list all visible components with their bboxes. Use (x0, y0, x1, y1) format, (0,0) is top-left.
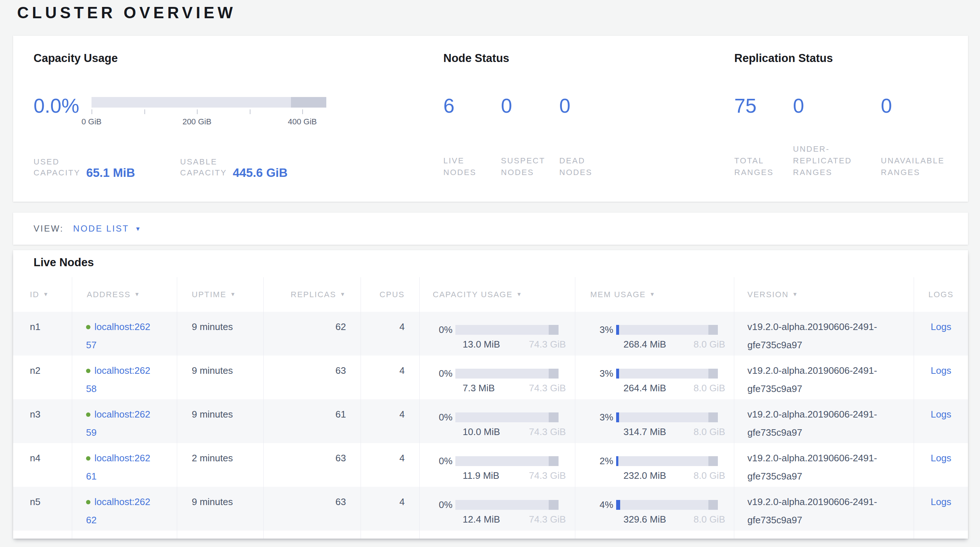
capacity-bar-endcap (549, 412, 558, 422)
column-header-label: LOGS (928, 290, 953, 299)
capacity-percent-value: 0.0% (33, 95, 92, 116)
memory-bar-fill (616, 325, 619, 335)
cell-address: localhost:26259 (72, 399, 177, 443)
column-header-memory[interactable]: MEM USAGE▼ (575, 277, 734, 312)
table-row: n2localhost:262589 minutes6340%7.3 MiB74… (13, 356, 968, 399)
column-header-uptime[interactable]: UPTIME▼ (177, 277, 264, 312)
column-header-capacity[interactable]: CAPACITY USAGE▼ (420, 277, 575, 312)
column-header-label: REPLICAS (291, 290, 336, 299)
cell-uptime: 9 minutes (177, 487, 264, 531)
cell-logs: Logs (914, 443, 968, 487)
logs-link[interactable]: Logs (931, 365, 951, 376)
memory-bar-fill (616, 412, 619, 422)
logs-link[interactable]: Logs (931, 496, 951, 507)
address-link[interactable]: localhost:26259 (86, 409, 150, 438)
cell-logs: Logs (914, 356, 968, 399)
metric: 75TOTALRANGES (734, 36, 793, 202)
view-bar: VIEW: NODE LIST ▼ (13, 213, 968, 245)
axis-tick-label: 0 GiB (81, 117, 101, 127)
capacity-percent: 0% (427, 412, 452, 422)
capacity-gauge: 0%12.4 MiB74.3 GiB (420, 493, 575, 525)
cell-logs: Logs (914, 312, 968, 356)
live-nodes-title: Live Nodes (13, 250, 968, 277)
memory-total-value: 8.0 GiB (694, 471, 725, 481)
capacity-total-value: 74.3 GiB (529, 339, 566, 349)
overview-card: Capacity Usage 0.0% 0 GiB200 GiB400 GiB … (13, 36, 968, 202)
column-header-replicas[interactable]: REPLICAS▼ (264, 277, 361, 312)
node-status-section: Node Status 6LIVENODES0SUSPECTNODES0DEAD… (443, 36, 721, 202)
capacity-used-value: 7.3 MiB (463, 383, 495, 393)
metric-value: 6 (443, 95, 455, 116)
metric-value: 0 (559, 95, 571, 116)
address-link[interactable]: localhost:26262 (86, 496, 150, 525)
memory-bar-endcap (708, 456, 718, 466)
cell-replicas: 63 (264, 487, 361, 531)
capacity-bar (455, 369, 558, 378)
cell-logs: Logs (914, 399, 968, 443)
cell-address: localhost:26262 (72, 487, 177, 531)
cell-node-id: n5 (13, 487, 72, 531)
capacity-bar-endcap (549, 500, 558, 510)
cell-cpus: 4 (361, 312, 420, 356)
address-link[interactable]: localhost:26261 (86, 453, 150, 482)
sort-desc-icon: ▼ (134, 291, 140, 297)
chevron-down-icon: ▼ (135, 226, 141, 232)
table-body: n1localhost:262579 minutes6240%13.0 MiB7… (13, 312, 968, 531)
replication-status-metrics: 75TOTALRANGES0UNDER-REPLICATEDRANGES0UNA… (734, 36, 968, 202)
cell-mem-usage: 3%268.4 MiB8.0 GiB (575, 312, 734, 356)
capacity-bar (455, 325, 558, 335)
table-header-row: ID▼ADDRESS▼UPTIME▼REPLICAS▼CPUSCAPACITY … (13, 277, 968, 312)
cell-address: localhost:26261 (72, 443, 177, 487)
capacity-bar-endcap (549, 325, 558, 335)
cell-replicas: 62 (264, 312, 361, 356)
metric-label: DEADNODES (559, 155, 592, 178)
view-selector-dropdown[interactable]: NODE LIST ▼ (73, 224, 141, 234)
live-status-dot (86, 500, 91, 504)
memory-bar-fill (616, 500, 620, 510)
capacity-gauge: 0.0% 0 GiB200 GiB400 GiB (33, 97, 326, 131)
metric-label: SUSPECTNODES (501, 155, 545, 178)
metric: 0UNDER-REPLICATEDRANGES (793, 36, 881, 202)
capacity-stats: USEDCAPACITY65.1 MiBUSABLECAPACITY445.6 … (33, 154, 362, 178)
address-link[interactable]: localhost:26258 (86, 365, 150, 394)
column-header-label: CPUS (380, 290, 405, 299)
memory-used-value: 264.4 MiB (624, 383, 666, 393)
cell-node-id: n4 (13, 443, 72, 487)
table-row: n4localhost:262612 minutes6340%11.9 MiB7… (13, 443, 968, 487)
capacity-meter-endcap (291, 97, 326, 108)
capacity-meter: 0 GiB200 GiB400 GiB (92, 97, 326, 131)
logs-link[interactable]: Logs (931, 321, 951, 332)
capacity-gauge: 0%13.0 MiB74.3 GiB (420, 318, 575, 349)
cell-uptime: 9 minutes (177, 356, 264, 399)
cell-uptime: 9 minutes (177, 399, 264, 443)
capacity-used-value: 13.0 MiB (463, 339, 500, 349)
sort-desc-icon: ▼ (792, 291, 799, 297)
memory-percent: 3% (582, 324, 613, 335)
cell-cpus: 4 (361, 487, 420, 531)
column-header-label: CAPACITY USAGE (433, 290, 512, 299)
column-header-id[interactable]: ID▼ (13, 277, 72, 312)
capacity-total-value: 74.3 GiB (529, 427, 566, 437)
column-header-label: UPTIME (192, 290, 226, 299)
cell-logs: Logs (914, 487, 968, 531)
live-status-dot (86, 369, 91, 373)
column-header-version[interactable]: VERSION▼ (734, 277, 914, 312)
cell-cpus: 4 (361, 443, 420, 487)
logs-link[interactable]: Logs (931, 409, 951, 420)
metric: 0UNAVAILABLERANGES (881, 36, 968, 202)
capacity-used-value: 11.9 MiB (463, 471, 500, 481)
cell-uptime: 2 minutes (177, 443, 264, 487)
live-status-dot (86, 412, 91, 417)
axis-tick (302, 110, 303, 114)
capacity-bar (455, 456, 558, 466)
capacity-used-value: 12.4 MiB (463, 514, 500, 525)
logs-link[interactable]: Logs (931, 453, 951, 463)
address-link[interactable]: localhost:26257 (86, 321, 150, 350)
column-header-address[interactable]: ADDRESS▼ (72, 277, 177, 312)
axis-tick-label: 200 GiB (182, 117, 212, 127)
column-header-label: ADDRESS (87, 290, 130, 299)
cell-replicas: 63 (264, 443, 361, 487)
cell-version: v19.2.0-alpha.20190606-2491-gfe735c9a97 (734, 443, 914, 487)
capacity-stat-value: 445.6 GiB (232, 167, 287, 178)
memory-total-value: 8.0 GiB (694, 427, 725, 437)
